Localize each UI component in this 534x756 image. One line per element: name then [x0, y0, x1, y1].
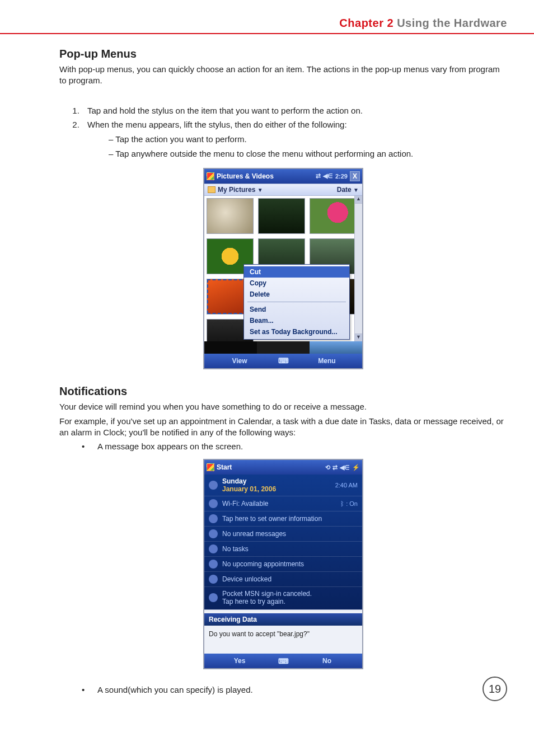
today-lock-row[interactable]: Device unlocked — [204, 572, 362, 587]
today-wifi-row[interactable]: Wi-Fi: Available ᛒ : On — [204, 496, 362, 511]
connectivity-icon[interactable]: ⇄ — [332, 464, 338, 471]
close-button[interactable]: X — [350, 171, 360, 181]
chevron-down-icon: ▼ — [353, 187, 359, 193]
menu-set-background[interactable]: Set as Today Background... — [244, 326, 349, 337]
chevron-down-icon: ▼ — [257, 187, 263, 193]
thumbnail-grid: ▲ ▼ Cut Copy Delete Send Beam... Set as … — [204, 196, 362, 341]
today-calendar-row[interactable]: No upcoming appointments — [204, 557, 362, 572]
softkey-view[interactable]: View — [204, 357, 275, 365]
page-number: 19 — [483, 677, 507, 701]
mail-icon — [209, 529, 218, 538]
today-day: Sunday — [222, 477, 246, 485]
volume-icon[interactable]: ◀∈ — [323, 172, 333, 180]
cal-text: No upcoming appointments — [222, 560, 304, 568]
scroll-down-icon[interactable]: ▼ — [355, 334, 362, 341]
notif-p2: For example, if you've set up an appoint… — [59, 416, 507, 439]
folder-dropdown[interactable]: My Pictures ▼ — [218, 186, 263, 194]
titlebar[interactable]: Start ⟲ ⇄ ◀∈ ⚡ — [204, 460, 362, 475]
popup-intro: With pop-up menus, you can quickly choos… — [59, 64, 507, 87]
mail-text: No unread messages — [222, 530, 286, 538]
app-title: Pictures & Videos — [217, 172, 274, 180]
keyboard-icon[interactable]: ⌨ — [275, 356, 292, 365]
tasks-icon — [209, 544, 218, 553]
today-owner-row[interactable]: Tap here to set owner information — [204, 511, 362, 527]
popup-steps: Tap and hold the stylus on the item that… — [82, 105, 507, 160]
menu-beam[interactable]: Beam... — [244, 315, 349, 326]
wifi-icon — [209, 499, 218, 508]
calendar-icon — [209, 560, 218, 569]
today-messages-row[interactable]: No unread messages — [204, 527, 362, 542]
lock-text: Device unlocked — [222, 575, 271, 583]
folder-icon — [208, 186, 216, 193]
section-notifications-title: Notifications — [59, 385, 507, 398]
step-2a: Tap the action you want to perform. — [103, 133, 507, 145]
today-clock: 2:40 AM — [335, 482, 358, 489]
dialog-body: Do you want to accept "bear.jpg?" — [209, 630, 358, 638]
step-2: When the menu appears, lift the stylus, … — [82, 119, 507, 159]
owner-icon — [209, 514, 218, 523]
start-flag-icon[interactable] — [207, 172, 214, 180]
menu-delete[interactable]: Delete — [244, 289, 349, 300]
figure-notification: Start ⟲ ⇄ ◀∈ ⚡ SundayJanuary 01, 2006 2:… — [59, 459, 507, 669]
msn-icon — [209, 593, 218, 602]
bt-status: : On — [346, 500, 358, 507]
thumbnail[interactable] — [207, 198, 254, 234]
menu-send[interactable]: Send — [244, 304, 349, 315]
chapter-title: Using the Hardware — [394, 17, 507, 29]
step-1: Tap and hold the stylus on the item that… — [82, 105, 507, 117]
step-2b: Tap anywhere outside the menu to close t… — [103, 148, 507, 160]
connectivity-icon[interactable]: ⇄ — [316, 172, 321, 180]
wifi-status: Wi-Fi: Available — [222, 500, 268, 508]
menu-copy[interactable]: Copy — [244, 278, 349, 289]
notification-dialog: Receiving Data Do you want to accept "be… — [204, 609, 362, 654]
section-popup-title: Pop-up Menus — [59, 48, 507, 60]
header-rule — [0, 33, 534, 34]
step-2-text: When the menu appears, lift the stylus, … — [87, 120, 347, 129]
globe-icon — [209, 481, 218, 490]
clock-text[interactable]: 2:29 — [335, 173, 348, 180]
menu-cut[interactable]: Cut — [244, 266, 349, 278]
notif-bullet-2: A sound(which you can specify) is played… — [82, 685, 507, 694]
preview-strip — [204, 341, 362, 354]
bluetooth-icon: ᛒ — [340, 500, 344, 507]
volume-icon[interactable]: ◀∈ — [340, 464, 350, 471]
notif-p1: Your device will remind you when you hav… — [59, 401, 507, 412]
today-tasks-row[interactable]: No tasks — [204, 542, 362, 557]
thumbnail[interactable] — [258, 198, 305, 234]
dialog-header: Receiving Data — [204, 613, 362, 626]
today-msn-row[interactable]: Pocket MSN sign-in canceled.Tap here to … — [204, 587, 362, 608]
chapter-header: Chapter 2 Using the Hardware — [27, 17, 507, 30]
app-title: Start — [217, 463, 232, 471]
start-flag-icon[interactable] — [207, 463, 214, 471]
today-date: January 01, 2006 — [222, 485, 276, 493]
context-menu: Cut Copy Delete Send Beam... Set as Toda… — [243, 264, 350, 340]
sync-icon[interactable]: ⟲ — [325, 464, 330, 471]
tasks-text: No tasks — [222, 545, 249, 553]
scroll-up-icon[interactable]: ▲ — [355, 196, 362, 204]
notif-bullet-1: A message box appears on the screen. — [82, 442, 507, 451]
scrollbar[interactable]: ▲ ▼ — [354, 196, 362, 341]
softkey-yes[interactable]: Yes — [204, 657, 275, 665]
msn-text: Pocket MSN sign-in canceled.Tap here to … — [222, 590, 312, 605]
today-date-row[interactable]: SundayJanuary 01, 2006 2:40 AM — [204, 475, 362, 496]
thumbnail[interactable] — [310, 198, 357, 234]
owner-text: Tap here to set owner information — [222, 515, 322, 523]
battery-icon[interactable]: ⚡ — [352, 464, 360, 471]
titlebar[interactable]: Pictures & Videos ⇄ ◀∈ 2:29 X — [204, 169, 362, 184]
keyboard-icon[interactable]: ⌨ — [275, 657, 292, 665]
figure-popup-menu: Pictures & Videos ⇄ ◀∈ 2:29 X My Picture… — [59, 168, 507, 369]
softkey-no[interactable]: No — [292, 657, 362, 665]
chapter-number: Chapter 2 — [339, 17, 394, 29]
lock-icon — [209, 575, 218, 584]
sort-dropdown[interactable]: Date ▼ — [337, 186, 359, 194]
softkey-menu[interactable]: Menu — [292, 357, 362, 365]
